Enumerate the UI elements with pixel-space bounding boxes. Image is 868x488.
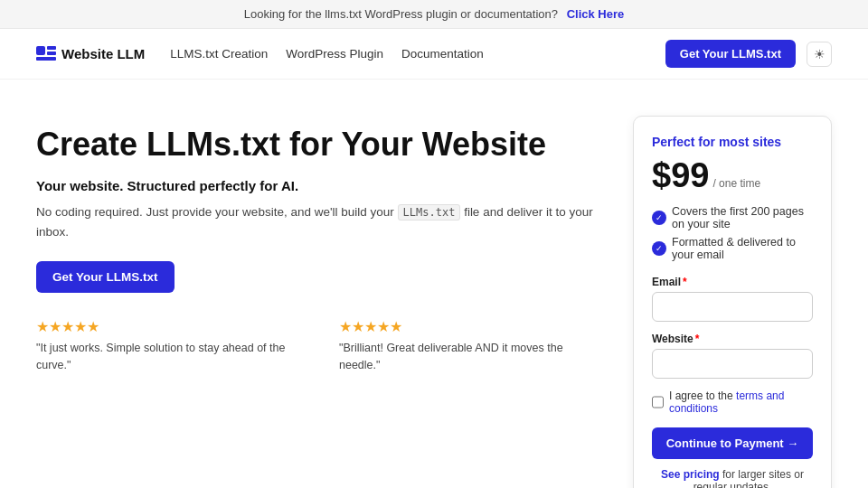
price-note: / one time	[712, 177, 760, 190]
see-pricing-text: See pricing for larger sites or regular …	[652, 468, 813, 488]
logo-text: Website LLM	[61, 46, 145, 61]
nav-left: Website LLM LLMS.txt Creation WordPress …	[36, 46, 484, 62]
hero-code-snippet: LLMs.txt	[398, 204, 461, 221]
website-required-star: *	[695, 333, 700, 345]
email-required-star: *	[683, 276, 687, 288]
logo[interactable]: Website LLM	[36, 46, 145, 62]
sun-icon: ☀	[814, 47, 826, 61]
svg-rect-1	[47, 46, 56, 50]
pricing-card: Perfect for most sites $99 / one time ✓ …	[633, 116, 832, 488]
terms-checkbox[interactable]	[652, 396, 664, 408]
feature-text-1: Covers the first 200 pages on your site	[672, 205, 813, 230]
terms-checkbox-row: I agree to the terms and conditions	[652, 389, 813, 415]
payment-button[interactable]: Continue to Payment →	[652, 427, 813, 459]
review-item-1: ★★★★★ "It just works. Simple solution to…	[36, 318, 312, 374]
terms-label: I agree to the terms and conditions	[669, 389, 813, 415]
nav-right: Get Your LLMS.txt ☀	[665, 40, 832, 68]
review-item-2: ★★★★★ "Brilliant! Great deliverable AND …	[339, 318, 597, 374]
nav-link-wp[interactable]: WordPress Plugin	[286, 47, 383, 61]
banner-link[interactable]: Click Here	[567, 7, 625, 21]
nav-cta-button[interactable]: Get Your LLMS.txt	[665, 40, 796, 68]
check-icon-2: ✓	[652, 241, 666, 256]
hero-description: No coding required. Just provide your we…	[36, 202, 597, 241]
email-form-group: Email*	[652, 276, 813, 322]
logo-icon	[36, 46, 56, 62]
feature-text-2: Formatted & delivered to your email	[672, 236, 813, 261]
hero-desc-1: No coding required. Just provide your we…	[36, 205, 394, 219]
svg-rect-3	[36, 57, 56, 61]
hero-cta-button[interactable]: Get Your LLMS.txt	[36, 261, 175, 293]
review-stars-1: ★★★★★	[36, 318, 312, 335]
price-row: $99 / one time	[652, 158, 813, 192]
features-list: ✓ Covers the first 200 pages on your sit…	[652, 205, 813, 261]
banner-text: Looking for the llms.txt WordPress plugi…	[244, 7, 558, 21]
review-stars-2: ★★★★★	[339, 318, 597, 335]
feature-item-1: ✓ Covers the first 200 pages on your sit…	[652, 205, 813, 230]
pricing-badge: Perfect for most sites	[652, 135, 813, 149]
email-input[interactable]	[652, 292, 813, 322]
nav-link-llms[interactable]: LLMS.txt Creation	[170, 47, 268, 61]
main-content: Create LLMs.txt for Your Website Your we…	[0, 80, 868, 488]
website-input[interactable]	[652, 349, 813, 379]
review-text-1: "It just works. Simple solution to stay …	[36, 340, 312, 374]
check-icon-1: ✓	[652, 211, 666, 225]
svg-rect-2	[47, 52, 56, 55]
svg-rect-0	[36, 46, 45, 55]
reviews-section: ★★★★★ "It just works. Simple solution to…	[36, 318, 597, 374]
top-banner: Looking for the llms.txt WordPress plugi…	[0, 0, 868, 29]
hero-section: Create LLMs.txt for Your Website Your we…	[36, 116, 597, 488]
feature-item-2: ✓ Formatted & delivered to your email	[652, 236, 813, 261]
email-label: Email*	[652, 276, 813, 288]
hero-title: Create LLMs.txt for Your Website	[36, 125, 597, 164]
website-label: Website*	[652, 333, 813, 345]
nav-link-docs[interactable]: Documentation	[401, 47, 484, 61]
nav-links: LLMS.txt Creation WordPress Plugin Docum…	[170, 47, 484, 61]
website-form-group: Website*	[652, 333, 813, 379]
see-pricing-link[interactable]: See pricing	[661, 468, 720, 481]
price-amount: $99	[652, 158, 709, 192]
navbar: Website LLM LLMS.txt Creation WordPress …	[0, 29, 868, 80]
theme-toggle-button[interactable]: ☀	[807, 42, 832, 67]
hero-subtitle: Your website. Structured perfectly for A…	[36, 178, 597, 193]
review-text-2: "Brilliant! Great deliverable AND it mov…	[339, 340, 597, 374]
